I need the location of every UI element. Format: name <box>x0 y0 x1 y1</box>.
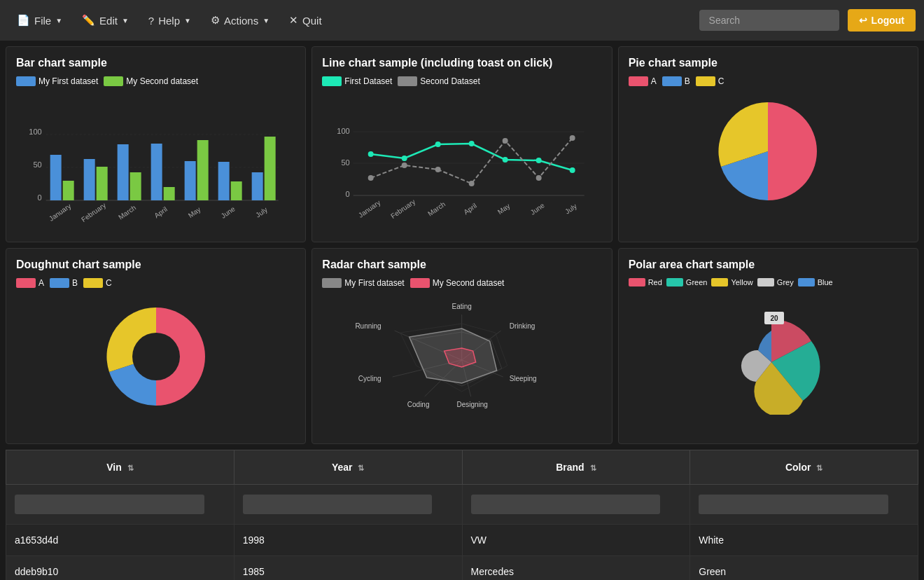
edit-label: Edit <box>99 15 118 27</box>
line-chart-title: Line chart sample (including toast on cl… <box>322 57 601 69</box>
line-chart-svg[interactable]: 100 50 0 <box>322 92 601 228</box>
edit-menu[interactable]: ✏️ Edit ▼ <box>74 8 137 32</box>
svg-text:20: 20 <box>771 315 779 322</box>
col-color-sort[interactable]: ⇅ <box>816 464 822 473</box>
line-chart-legend: First Dataset Second Dataset <box>322 76 601 86</box>
line-legend-1: First Dataset <box>322 76 392 86</box>
line-legend-2: Second Dataset <box>398 76 479 86</box>
doughnut-legend-c: C <box>83 278 112 288</box>
svg-rect-7 <box>63 181 74 200</box>
logout-button[interactable]: ↩ Logout <box>848 9 916 32</box>
svg-text:April: April <box>463 202 479 216</box>
table-row: ddeb9b10 1985 Mercedes Green <box>6 556 918 581</box>
polar-legend-red: Red <box>629 278 662 286</box>
svg-text:Eating: Eating <box>452 303 472 310</box>
svg-text:100: 100 <box>29 127 41 136</box>
doughnut-legend-color-a <box>16 278 36 288</box>
svg-rect-10 <box>118 144 129 200</box>
help-arrow: ▼ <box>184 17 191 25</box>
pie-chart-title: Pie chart sample <box>629 57 908 69</box>
col-brand-sort[interactable]: ⇅ <box>590 464 596 473</box>
quit-label: Quit <box>302 15 322 27</box>
pie-legend-c: C <box>696 76 724 86</box>
pie-legend-color-a <box>629 76 648 86</box>
polar-legend-yellow: Yellow <box>711 278 752 286</box>
line-legend-color-2 <box>398 76 417 86</box>
pie-legend-label-a: A <box>651 76 657 86</box>
actions-menu[interactable]: ⚙ Actions ▼ <box>202 8 278 32</box>
svg-point-54 <box>132 333 180 380</box>
actions-label: Actions <box>224 15 258 27</box>
pie-legend-label-b: B <box>685 76 690 86</box>
svg-text:July: July <box>254 206 269 219</box>
filter-vin[interactable] <box>15 495 204 514</box>
svg-text:March: March <box>117 204 137 221</box>
line-chart-card: Line chart sample (including toast on cl… <box>312 46 612 242</box>
doughnut-svg <box>86 294 226 416</box>
col-year-sort[interactable]: ⇅ <box>358 464 364 473</box>
table-filter-row <box>6 485 918 525</box>
bar-legend-color-1 <box>16 76 36 86</box>
svg-text:50: 50 <box>33 160 41 169</box>
svg-text:February: February <box>80 201 107 223</box>
logout-icon: ↩ <box>859 15 867 26</box>
filter-year[interactable] <box>243 495 433 514</box>
filter-brand[interactable] <box>471 495 661 514</box>
pie-legend-color-b <box>662 76 682 86</box>
polar-legend-color-grey <box>757 278 774 286</box>
line-legend-label-2: Second Dataset <box>420 76 479 86</box>
pie-chart-card: Pie chart sample A B C <box>618 46 918 242</box>
svg-text:Coding: Coding <box>407 401 430 408</box>
svg-rect-13 <box>164 187 175 200</box>
col-year[interactable]: Year ⇅ <box>234 450 462 485</box>
svg-point-37 <box>503 157 508 163</box>
file-menu[interactable]: 📄 File ▼ <box>8 8 71 32</box>
col-vin-sort[interactable]: ⇅ <box>127 464 134 473</box>
doughnut-legend-label-c: C <box>106 278 112 288</box>
svg-point-39 <box>570 167 575 173</box>
help-label: Help <box>158 15 180 27</box>
table-row: a1653d4d 1998 VW White <box>6 525 918 556</box>
svg-rect-8 <box>84 159 95 200</box>
svg-text:Running: Running <box>356 322 382 330</box>
charts-grid: Bar chart sample My First dataset My Sec… <box>0 41 924 450</box>
polar-legend-label-green: Green <box>686 278 708 286</box>
svg-text:January: January <box>357 198 382 219</box>
quit-button[interactable]: ✕ Quit <box>281 8 330 32</box>
radar-legend-1: My First dataset <box>322 278 404 288</box>
svg-point-40 <box>368 175 374 181</box>
col-color[interactable]: Color ⇅ <box>690 450 918 485</box>
svg-point-46 <box>570 135 575 141</box>
polar-legend-color-green <box>666 278 683 286</box>
svg-text:April: April <box>153 205 169 219</box>
bar-chart-legend: My First dataset My Second dataset <box>16 76 295 86</box>
radar-legend-2: My Second dataset <box>410 278 505 288</box>
svg-rect-16 <box>218 162 230 200</box>
svg-point-38 <box>536 158 542 163</box>
polar-legend-label-blue: Blue <box>818 278 833 286</box>
doughnut-legend-color-c <box>83 278 103 288</box>
doughnut-legend-b: B <box>50 278 78 288</box>
svg-rect-17 <box>231 181 242 200</box>
pie-chart-legend: A B C <box>629 76 908 86</box>
cell-year-2: 1985 <box>234 556 462 581</box>
line-legend-label-1: First Dataset <box>344 76 392 86</box>
svg-rect-14 <box>185 161 196 200</box>
polar-legend-label-grey: Grey <box>777 278 794 286</box>
svg-text:100: 100 <box>337 127 350 135</box>
svg-text:Drinking: Drinking <box>510 322 536 330</box>
svg-rect-6 <box>50 155 62 200</box>
svg-rect-9 <box>97 167 108 200</box>
help-menu[interactable]: ? Help ▼ <box>140 9 200 32</box>
svg-point-44 <box>503 138 508 144</box>
actions-arrow: ▼ <box>262 17 270 25</box>
bar-chart-svg: 0 50 100 <box>16 92 295 228</box>
filter-color[interactable] <box>699 495 888 514</box>
search-input[interactable] <box>699 10 839 31</box>
col-vin[interactable]: Vin ⇅ <box>6 450 234 485</box>
bar-legend-label-2: My Second dataset <box>126 76 198 86</box>
doughnut-legend-label-a: A <box>38 278 44 288</box>
col-brand[interactable]: Brand ⇅ <box>462 450 690 485</box>
bar-legend-color-2 <box>104 76 123 86</box>
radar-legend-color-1 <box>322 278 342 288</box>
